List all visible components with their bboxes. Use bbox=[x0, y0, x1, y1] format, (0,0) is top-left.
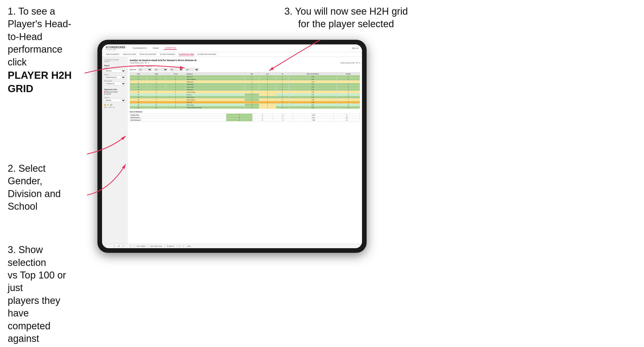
gender-select[interactable]: Women's bbox=[104, 69, 126, 73]
td-win: 1 bbox=[245, 83, 259, 86]
td-win: 0 bbox=[245, 101, 259, 104]
opponent-filter-select[interactable]: (All) bbox=[185, 68, 199, 71]
nav-teams[interactable]: TEAMS bbox=[152, 47, 160, 50]
sub-nav-team-h2h-grid[interactable]: TEAM H2H GRID bbox=[123, 53, 136, 56]
table-row: 19 10 6 Emily Chang 4 1 0 0.30 11 bbox=[130, 104, 360, 106]
ood-loss: 0 bbox=[252, 116, 273, 119]
toolbar-dot[interactable]: · bbox=[126, 245, 128, 247]
table-row: 11 2 5 Heejo Hyun 1 0 0 3.33 3 bbox=[130, 88, 360, 91]
nav-bar: SCOREBOARD Powered by clippd TOURNAMENTS… bbox=[102, 44, 362, 52]
division-select[interactable]: NCAA Division III bbox=[104, 75, 126, 79]
td-div: 10 bbox=[130, 86, 147, 88]
conference-filter-select[interactable]: (All) bbox=[169, 68, 183, 71]
td-opponent: Jessica Mason bbox=[186, 99, 245, 101]
td-diff: 4.00 bbox=[289, 78, 337, 81]
nav-tournaments[interactable]: TOURNAMENTS bbox=[132, 47, 147, 50]
step3-text: 3. Show selection vs Top 100 or just pla… bbox=[8, 244, 79, 345]
sub-nav-player-h2h-heatmap[interactable]: PLAYER H2H HEATMAP bbox=[197, 53, 216, 56]
sub-nav-player-h2h-grid[interactable]: PLAYER H2H GRID bbox=[179, 53, 194, 56]
toolbar-view-original[interactable]: View: Original bbox=[136, 245, 146, 247]
table-row: 20 11 7 Federica Domecq Lacroze 2 1 0 1.… bbox=[130, 106, 360, 109]
toolbar-menu[interactable]: ≡ bbox=[183, 245, 185, 247]
sub-nav-team-summary[interactable]: TEAM SUMMARY bbox=[106, 53, 119, 56]
table-row: 16 1 3 Jessica Mason 1 2 0 -0.94 7 bbox=[130, 99, 360, 101]
radio-opponents-played[interactable]: Opponents Played bbox=[104, 91, 126, 93]
td-conf: 2 bbox=[165, 101, 186, 104]
td-diff: -1.00 bbox=[289, 81, 337, 83]
td-opponent: Sydney Kuo bbox=[186, 81, 245, 83]
td-loss: 0 bbox=[259, 91, 276, 93]
td-rounds: 3 bbox=[337, 83, 360, 86]
td-rounds: 11 bbox=[337, 104, 360, 106]
td-loss: 1 bbox=[259, 106, 276, 109]
toolbar-undo[interactable]: ↩ bbox=[104, 245, 107, 247]
step2-text: 2. Select Gender, Division and School bbox=[8, 162, 79, 213]
ood-name: Foreign Team bbox=[130, 114, 226, 116]
td-opponent: Heejo Hyun bbox=[186, 88, 245, 91]
main-content: Last Updated: 27/03/202416:55:38 Player … bbox=[102, 57, 362, 244]
td-rounds: 4 bbox=[337, 86, 360, 88]
sub-nav-team-h2h-heatmap[interactable]: TEAM H2H HEATMAP bbox=[139, 53, 156, 56]
ood-diff: 4.500 bbox=[293, 114, 334, 116]
td-opponent: Andrea York bbox=[186, 86, 245, 88]
radio-top100[interactable]: Top 100 bbox=[104, 93, 126, 95]
toolbar-redo[interactable]: ↪ bbox=[113, 245, 116, 247]
td-opponent: Emily Chang bbox=[186, 104, 245, 106]
th-diff: Diff Av Strokes/Rnd bbox=[289, 73, 337, 75]
nav-committee[interactable]: COMMITTEE bbox=[164, 46, 177, 50]
opponents-label: Opponents: bbox=[130, 69, 136, 70]
td-tie: 0 bbox=[276, 86, 289, 88]
td-win: 1 bbox=[245, 96, 259, 99]
toolbar-time[interactable]: ⏱ bbox=[129, 245, 133, 247]
ood-row: Foreign Team 1 0 0 4.500 2 bbox=[130, 114, 360, 116]
table-row: 6 3 3 Sydney Kuo 0 1 0 -1.00 bbox=[130, 81, 360, 83]
td-win: 1 bbox=[245, 99, 259, 101]
td-div: 16 bbox=[130, 99, 147, 101]
td-reg: 2 bbox=[147, 88, 165, 91]
td-diff: -5.00 bbox=[289, 101, 337, 104]
td-win: 4 bbox=[245, 104, 259, 106]
step1-block: 1. To see a Player's Head- to-Head perfo… bbox=[8, 5, 79, 95]
ood-tie: 0 bbox=[273, 119, 293, 121]
toolbar-share[interactable]: Share bbox=[186, 245, 192, 247]
filter-opponent: Opponent bbox=[146, 65, 152, 67]
toolbar-grid2[interactable]: ⊡ bbox=[178, 245, 181, 247]
td-conf: 1 bbox=[165, 75, 186, 78]
toolbar-divider3 bbox=[164, 245, 165, 247]
td-conf: 3 bbox=[165, 86, 186, 88]
toolbar-back[interactable]: ← bbox=[108, 245, 112, 247]
th-win: Win bbox=[245, 73, 259, 75]
ood-rounds: 10 bbox=[334, 119, 360, 121]
td-tie: 0 bbox=[276, 96, 289, 99]
bottom-toolbar: ↩ ← ↪ ⊞ ↺ · ⏱ View: Original Save Custom… bbox=[102, 244, 362, 248]
toolbar-save-custom[interactable]: Save Custom View bbox=[149, 245, 163, 247]
opponents-select[interactable]: (All) bbox=[138, 68, 152, 71]
nav-sign-out[interactable]: Sign out bbox=[352, 47, 358, 49]
td-loss: 1 bbox=[259, 104, 276, 106]
th-opponent: Opponent bbox=[186, 73, 245, 75]
player-rank-select[interactable]: 8. Katelyn Vo bbox=[104, 82, 126, 85]
td-diff: -0.94 bbox=[289, 99, 337, 101]
td-conf: 3 bbox=[165, 99, 186, 101]
toolbar-refresh[interactable]: ↺ bbox=[122, 245, 125, 247]
step1-text: 1. To see a Player's Head- to-Head perfo… bbox=[8, 5, 79, 95]
region-select[interactable]: (All) bbox=[154, 68, 168, 71]
td-rounds: 6 bbox=[337, 106, 360, 109]
toolbar-watch[interactable]: 👁 Watch ▾ bbox=[166, 245, 175, 247]
table-row: 15 8 5 Stella Cheng 1 0 0 1.25 4 bbox=[130, 96, 360, 99]
th-loss: Loss bbox=[259, 73, 276, 75]
colour-down-label: Down bbox=[104, 107, 107, 108]
table-row: 9 1 4 Sharon Mun 1 0 0 3.67 3 bbox=[130, 83, 360, 86]
colour-level bbox=[107, 104, 109, 106]
sub-nav-player-summary[interactable]: PLAYER SUMMARY bbox=[160, 53, 175, 56]
td-div: 13 bbox=[130, 91, 147, 93]
colour-by-select[interactable]: Win/loss bbox=[104, 99, 126, 102]
conference-label: Conference bbox=[137, 65, 144, 67]
ood-win: 15 bbox=[226, 116, 252, 119]
td-tie: 0 bbox=[276, 106, 289, 109]
td-tie: 0 bbox=[276, 93, 289, 96]
td-reg: 1 bbox=[147, 75, 165, 78]
ood-name: NCAA Division 2 bbox=[130, 119, 226, 121]
td-opponent: Eunice Yi bbox=[186, 93, 245, 96]
toolbar-grid[interactable]: ⊞ bbox=[117, 245, 120, 247]
